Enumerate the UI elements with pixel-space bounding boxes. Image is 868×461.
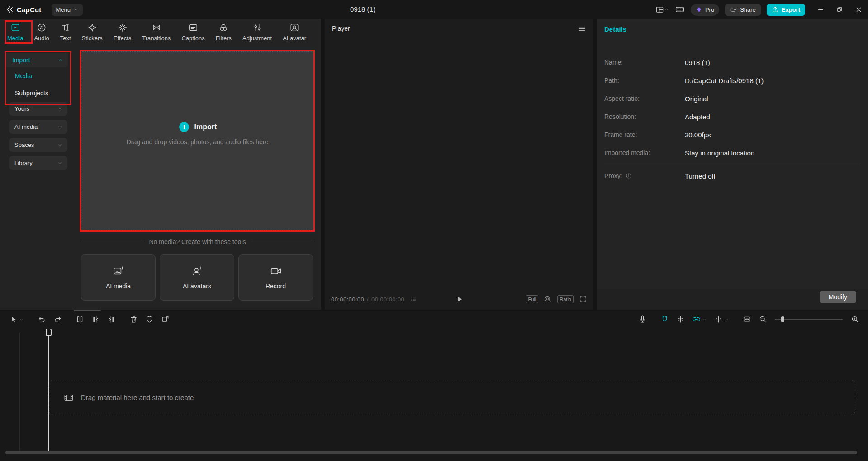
chevron-down-icon — [73, 7, 78, 12]
timeline-scrollbar[interactable] — [5, 451, 857, 454]
tab-adjustment[interactable]: Adjustment — [242, 23, 272, 42]
tab-filters[interactable]: Filters — [216, 23, 232, 42]
top-tabstrip: Media Audio Text Stickers Effects Transi… — [0, 19, 321, 45]
sidebar-item-subprojects[interactable]: Subprojects — [0, 85, 72, 102]
keyboard-icon — [675, 5, 684, 14]
tab-stickers[interactable]: Stickers — [82, 23, 103, 42]
ratio-button[interactable]: Ratio — [557, 295, 574, 303]
zoom-in-button[interactable] — [851, 315, 859, 323]
tab-media[interactable]: Media — [7, 23, 23, 42]
capcut-logo-icon — [5, 5, 14, 14]
player-title: Player — [332, 25, 350, 32]
playhead-handle[interactable] — [46, 329, 52, 336]
export-clip-button[interactable] — [161, 315, 170, 324]
mask-icon — [145, 315, 154, 324]
stickers-icon — [87, 23, 97, 33]
details-framerate-label: Frame rate: — [604, 131, 685, 138]
modify-button[interactable]: Modify — [820, 291, 856, 303]
ai-avatar-icon — [289, 23, 299, 33]
details-path-value: D:/CapCut Drafts/0918 (1) — [685, 77, 764, 85]
linkage-toggle[interactable] — [692, 315, 707, 324]
audio-icon — [37, 23, 47, 33]
tab-effects[interactable]: Effects — [114, 23, 132, 42]
delete-left-button[interactable] — [91, 315, 100, 324]
menu-button[interactable]: Menu — [52, 4, 83, 16]
sidebar-yours-label: Yours — [14, 105, 29, 112]
main-track-magnet-toggle[interactable] — [660, 315, 669, 324]
tab-adjustment-label: Adjustment — [242, 35, 272, 42]
sidebar-library-label: Library — [14, 160, 33, 166]
minimize-button[interactable] — [811, 0, 830, 19]
select-tool-button[interactable] — [10, 315, 24, 323]
details-resolution-value: Adapted — [685, 113, 710, 121]
restore-button[interactable] — [830, 0, 849, 19]
pro-badge[interactable]: Pro — [691, 4, 719, 16]
sidebar-dropdown-ai-media[interactable]: AI media — [9, 120, 67, 134]
split-button[interactable] — [76, 315, 84, 324]
tab-text[interactable]: Text — [60, 23, 71, 42]
media-sidebar: Import Media Subprojects Yours AI media … — [0, 45, 72, 310]
timecode: 00:00:00:00 / 00:00:00:00 — [331, 296, 417, 303]
tab-ai-avatar[interactable]: AI avatar — [283, 23, 306, 42]
chevron-down-icon — [57, 124, 62, 129]
share-icon — [730, 6, 737, 13]
pro-label: Pro — [705, 6, 714, 13]
ai-media-icon — [113, 265, 124, 277]
adjustment-icon — [252, 23, 262, 33]
ai-avatars-icon — [191, 265, 203, 277]
details-row-aspect-ratio: Aspect ratio: Original — [604, 89, 861, 108]
details-name-label: Name: — [604, 59, 685, 66]
import-dropzone[interactable]: Import Drag and drop videos, photos, and… — [81, 51, 314, 230]
zoom-slider-handle[interactable] — [781, 316, 784, 322]
full-preview-button[interactable]: Full — [526, 295, 539, 303]
details-row-imported-media: Imported media: Stay in original locatio… — [604, 144, 861, 162]
record-card[interactable]: Record — [238, 254, 313, 301]
captions-icon — [188, 23, 198, 33]
layout-panels-icon — [655, 5, 664, 14]
ai-avatars-card[interactable]: AI avatars — [160, 254, 234, 301]
import-hint: Drag and drop videos, photos, and audio … — [127, 138, 269, 146]
mask-button[interactable] — [145, 315, 154, 324]
timecode-options-icon[interactable] — [410, 296, 417, 303]
delete-right-button[interactable] — [107, 315, 116, 324]
preview-axis-button[interactable] — [714, 315, 729, 324]
preview-axis-icon — [714, 315, 723, 324]
timeline-dropzone[interactable]: Drag material here and start to create — [49, 380, 855, 415]
layout-panels-button[interactable] — [655, 5, 669, 14]
zoom-out-button[interactable] — [759, 315, 767, 323]
play-button[interactable] — [455, 295, 464, 304]
export-button[interactable]: Export — [767, 4, 805, 16]
details-title: Details — [597, 19, 868, 38]
auto-snap-toggle[interactable] — [676, 315, 685, 324]
info-icon[interactable] — [626, 173, 632, 179]
close-button[interactable] — [849, 0, 868, 19]
tab-stickers-label: Stickers — [82, 35, 103, 42]
chevron-down-icon — [57, 106, 62, 111]
tab-text-label: Text — [60, 35, 71, 42]
tab-transitions[interactable]: Transitions — [142, 23, 171, 42]
ai-media-card[interactable]: AI media — [81, 254, 156, 301]
record-voiceover-button[interactable] — [638, 315, 647, 324]
undo-button[interactable] — [38, 315, 46, 324]
sidebar-import-label: Import — [12, 56, 30, 64]
redo-button[interactable] — [53, 315, 62, 324]
delete-button[interactable] — [129, 315, 138, 324]
sidebar-item-media[interactable]: Media — [0, 67, 72, 85]
fit-timeline-button[interactable] — [743, 315, 751, 324]
tab-audio[interactable]: Audio — [34, 23, 49, 42]
fullscreen-icon[interactable] — [579, 295, 587, 303]
timeline-area[interactable]: Drag material here and start to create — [0, 327, 868, 461]
export-label: Export — [782, 6, 800, 13]
timeline-zoom-slider[interactable] — [775, 319, 843, 320]
zoom-fit-icon[interactable] — [544, 295, 552, 303]
sidebar-dropdown-spaces[interactable]: Spaces — [9, 138, 67, 152]
fit-timeline-icon — [743, 315, 751, 324]
sidebar-dropdown-yours[interactable]: Yours — [9, 102, 67, 116]
sidebar-dropdown-library[interactable]: Library — [9, 156, 67, 170]
tab-captions[interactable]: Captions — [181, 23, 204, 42]
sidebar-group-import[interactable]: Import — [5, 53, 68, 67]
share-button[interactable]: Share — [725, 4, 761, 16]
details-panel: Details Name: 0918 (1) Path: D:/CapCut D… — [597, 19, 868, 310]
player-menu-icon[interactable] — [578, 24, 586, 33]
keyboard-shortcuts-button[interactable] — [675, 5, 684, 14]
